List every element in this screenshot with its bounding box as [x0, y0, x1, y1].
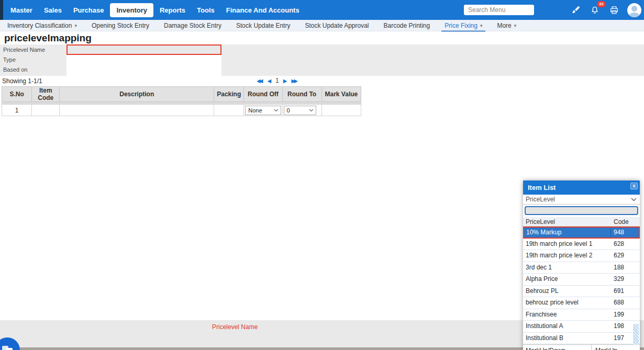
item-list-title: Item List: [528, 184, 556, 191]
menu-master[interactable]: Master: [5, 4, 38, 17]
col-mark-value: Mark Value: [321, 87, 361, 102]
col-description: Description: [60, 87, 214, 102]
subnav-barcode-printing[interactable]: Barcode Printing: [376, 20, 438, 31]
round-to-select[interactable]: 0: [284, 106, 316, 115]
chevron-down-icon: [274, 109, 279, 112]
grid-header-row: S.No Item Code Description Packing Round…: [2, 87, 361, 102]
round-off-select[interactable]: None: [245, 106, 281, 115]
item-list-search-input[interactable]: [525, 206, 638, 215]
grid-row: 1 None 0: [2, 105, 361, 116]
pricelevel-code: 688: [614, 297, 624, 308]
sno-cell: 1: [2, 105, 32, 116]
pricelevel-name: behrouz price level: [526, 299, 579, 306]
pricelevel-name: Franchisee: [526, 311, 557, 318]
avatar-head: [631, 6, 637, 12]
col-round-off: Round Off: [244, 87, 282, 102]
col-code: Code: [614, 217, 629, 227]
showing-count: Showing 1-1/1: [2, 77, 42, 85]
subnav-damage-stock-entry[interactable]: Damage Stock Entry: [157, 20, 229, 31]
subnav-label: Opening Stock Entry: [92, 22, 149, 29]
menu-inventory[interactable]: Inventory: [110, 3, 153, 17]
subnav-label: Barcode Printing: [384, 22, 430, 29]
pricelevel-name: Behrouz PL: [526, 287, 559, 295]
pagination: ◀◀ ◀ 1 ▶ ▶▶: [257, 77, 298, 84]
subnav-stock-update-entry[interactable]: Stock Update Entry: [229, 20, 297, 31]
chevron-down-icon: [309, 109, 314, 112]
subnav-label: Price Fixing: [445, 22, 478, 29]
chevron-down-icon: ▾: [74, 23, 77, 28]
round-off-cell: None: [244, 105, 282, 116]
pricelevel-code: 628: [614, 239, 624, 250]
pricelevel-form: Pricelevel Name Type Based on: [0, 44, 644, 76]
round-off-value: None: [248, 107, 262, 114]
pricelevel-row[interactable]: Institutional B 197: [523, 333, 640, 345]
notification-count-badge: 32: [597, 1, 606, 7]
round-to-cell: 0: [282, 105, 321, 116]
subnav-label: Stock Update Entry: [236, 22, 290, 29]
menu-tools[interactable]: Tools: [192, 4, 220, 17]
last-page-icon[interactable]: ▶▶: [291, 78, 297, 84]
filter-selected-value: PriceLevel: [526, 196, 555, 203]
theme-brush-icon[interactable]: [569, 4, 582, 16]
subnav-stock-update-approval[interactable]: Stock Update Approval: [297, 20, 376, 31]
round-to-value: 0: [287, 107, 290, 114]
pricelevel-code: 691: [614, 286, 624, 297]
item-grid: S.No Item Code Description Packing Round…: [2, 86, 361, 116]
menu-reports[interactable]: Reports: [154, 4, 191, 17]
pricelevel-row[interactable]: Alpha Price 329: [523, 274, 640, 286]
pricelevel-name-input[interactable]: [66, 44, 221, 55]
chevron-down-icon: [631, 198, 637, 201]
item-list-header[interactable]: Item List x: [523, 180, 640, 195]
subnav-more[interactable]: More ▾: [490, 20, 524, 31]
search-menu-input[interactable]: [464, 5, 534, 15]
pricelevel-row-selected[interactable]: 10% Markup 948: [523, 227, 640, 239]
pricelevel-row[interactable]: 19th march price level 1 628: [523, 239, 640, 251]
mark-value-cell[interactable]: [321, 105, 361, 116]
based-on-field[interactable]: [66, 65, 221, 76]
subnav-price-fixing[interactable]: Price Fixing ▾: [437, 20, 490, 31]
menu-purchase[interactable]: Purchase: [68, 4, 109, 17]
subnav-label: Inventory Classification: [7, 22, 72, 29]
pricelevel-name: Alpha Price: [526, 275, 558, 283]
chevron-down-icon: ▾: [480, 23, 483, 28]
user-avatar[interactable]: [627, 3, 641, 17]
type-field[interactable]: [66, 55, 221, 65]
pricelevel-row[interactable]: Franchisee 199: [523, 309, 640, 321]
top-navigation-bar: Master Sales Purchase Inventory Reports …: [0, 0, 644, 20]
page-title: pricelevelmapping: [4, 32, 92, 44]
notifications-bell-icon[interactable]: 32: [589, 4, 601, 16]
pricelevel-filter-select[interactable]: PriceLevel: [523, 195, 640, 205]
pricelevel-name: 19th march price level 1: [526, 240, 592, 247]
pricelevel-row[interactable]: Institutional A 198: [523, 321, 640, 333]
pricelevel-row[interactable]: 3rd dec 1 188: [523, 262, 640, 274]
pricelevel-row-partial[interactable]: MarkUp/Down MarkUp: [523, 344, 640, 350]
pricelevel-code: 198: [614, 321, 624, 332]
first-page-icon[interactable]: ◀◀: [257, 78, 263, 84]
packing-cell: [214, 105, 244, 116]
pricelevel-name: Institutional A: [526, 322, 563, 330]
menu-sales[interactable]: Sales: [39, 4, 67, 17]
pricelevel-row[interactable]: behrouz price level 688: [523, 297, 640, 309]
pricelevel-row[interactable]: Behrouz PL 691: [523, 286, 640, 298]
col-round-to: Round To: [282, 87, 321, 102]
previous-page-icon[interactable]: ◀: [267, 78, 271, 84]
col-packing: Packing: [214, 87, 244, 102]
print-icon[interactable]: [608, 4, 620, 16]
window-edge: [0, 0, 3, 20]
item-list-column-header: PriceLevel Code: [523, 217, 640, 227]
col-sno: S.No: [2, 87, 32, 102]
next-page-icon[interactable]: ▶: [283, 78, 287, 84]
resize-grip[interactable]: [633, 324, 639, 345]
menu-finance-and-accounts[interactable]: Finance And Accounts: [221, 4, 305, 17]
subnav-inventory-classification[interactable]: Inventory Classification ▾: [0, 20, 84, 31]
pricelevel-row[interactable]: 19th march price level 2 629: [523, 250, 640, 262]
description-cell[interactable]: [60, 105, 214, 116]
pricelevel-name-label: Pricelevel Name: [3, 47, 45, 53]
col-item-code: Item Code: [32, 87, 60, 102]
subnav-opening-stock-entry[interactable]: Opening Stock Entry: [84, 20, 157, 31]
col-pricelevel: PriceLevel: [526, 218, 555, 225]
pricelevel-code: MarkUp: [595, 345, 617, 350]
item-code-cell[interactable]: [32, 105, 60, 116]
pricelevel-code: 629: [614, 250, 624, 261]
close-icon[interactable]: x: [630, 183, 638, 189]
